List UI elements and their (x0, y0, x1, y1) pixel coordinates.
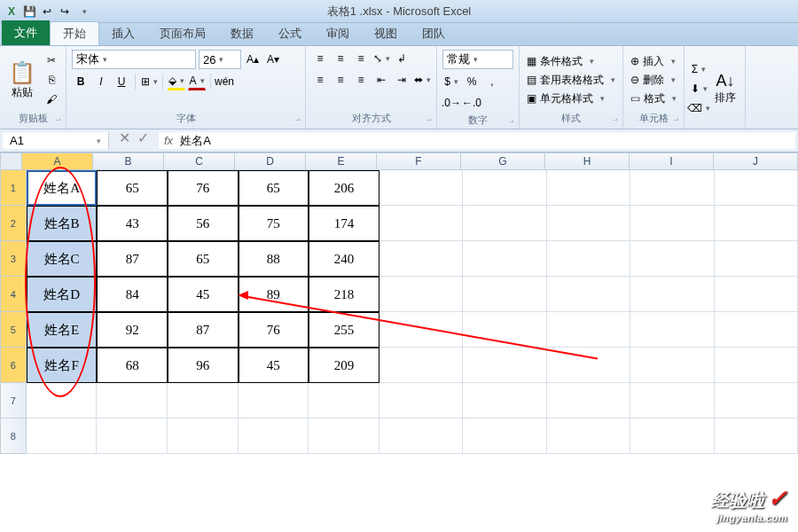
cell[interactable] (630, 170, 714, 206)
cell[interactable] (97, 383, 168, 419)
column-header[interactable]: B (93, 153, 164, 170)
cell[interactable] (168, 419, 239, 454)
tab-formula[interactable]: 公式 (266, 22, 314, 45)
cell[interactable] (715, 241, 798, 277)
format-cells-button[interactable]: ▭格式 (629, 90, 678, 107)
tab-view[interactable]: 视图 (362, 22, 410, 45)
cell[interactable] (379, 383, 463, 419)
cell[interactable]: 92 (97, 312, 168, 348)
autosum-icon[interactable]: Σ (690, 60, 708, 78)
row-header[interactable]: 5 (0, 312, 27, 348)
currency-icon[interactable]: $ (442, 73, 460, 90)
cut-icon[interactable]: ✂ (43, 51, 60, 69)
cell[interactable] (463, 383, 546, 419)
cell[interactable] (547, 348, 630, 383)
save-icon[interactable]: 💾 (21, 4, 37, 20)
select-all-corner[interactable] (0, 153, 22, 170)
cell[interactable] (547, 170, 630, 206)
cell[interactable] (630, 419, 714, 454)
tab-insert[interactable]: 插入 (99, 22, 147, 45)
tab-team[interactable]: 团队 (410, 22, 458, 45)
cell[interactable] (379, 419, 463, 454)
decrease-decimal-icon[interactable]: ←.0 (463, 94, 481, 112)
column-header[interactable]: A (22, 153, 93, 170)
cell[interactable] (547, 241, 630, 277)
cell[interactable] (630, 383, 714, 419)
cell[interactable]: 240 (309, 241, 379, 277)
cell[interactable]: 45 (168, 277, 239, 312)
conditional-format-button[interactable]: ▦条件格式 (525, 53, 617, 70)
undo-icon[interactable]: ↩ (39, 4, 55, 20)
format-painter-icon[interactable]: 🖌 (43, 90, 60, 108)
clear-icon[interactable]: ⌫ (690, 99, 708, 117)
row-header[interactable]: 3 (0, 241, 27, 277)
column-header[interactable]: D (235, 153, 306, 170)
cell[interactable] (630, 241, 714, 277)
cell[interactable] (547, 419, 630, 454)
tab-home[interactable]: 开始 (50, 21, 99, 45)
cell[interactable] (547, 383, 630, 419)
cell[interactable] (715, 312, 798, 348)
cell[interactable] (715, 170, 798, 206)
cell[interactable] (463, 206, 546, 241)
tab-review[interactable]: 审阅 (314, 22, 362, 45)
increase-decimal-icon[interactable]: .0→ (442, 94, 460, 112)
cell[interactable] (463, 348, 546, 383)
cell[interactable]: 姓名A (27, 170, 98, 206)
cell[interactable]: 65 (97, 170, 168, 206)
copy-icon[interactable]: ⎘ (43, 71, 60, 89)
cell[interactable]: 姓名E (27, 312, 98, 348)
row-header[interactable]: 6 (0, 348, 27, 383)
align-bottom-icon[interactable]: ≡ (352, 50, 370, 67)
cell[interactable]: 209 (309, 348, 379, 383)
italic-button[interactable]: I (92, 73, 110, 90)
cell[interactable] (379, 277, 463, 312)
cell[interactable]: 88 (239, 241, 309, 277)
cell-styles-button[interactable]: ▣单元格样式 (525, 90, 617, 107)
bold-button[interactable]: B (72, 73, 90, 90)
cell[interactable] (463, 170, 546, 206)
cell[interactable] (715, 419, 798, 454)
cell[interactable]: 255 (309, 312, 379, 348)
cell[interactable]: 87 (97, 241, 168, 277)
orientation-icon[interactable]: ⤡ (372, 50, 390, 67)
cell[interactable]: 43 (97, 206, 168, 241)
paste-button[interactable]: 📋 粘贴 (5, 50, 39, 110)
cell[interactable] (379, 170, 463, 206)
row-header[interactable]: 4 (0, 277, 27, 312)
cell[interactable]: 75 (239, 206, 309, 241)
cell[interactable]: 姓名F (27, 348, 98, 383)
cell[interactable] (547, 312, 630, 348)
cell[interactable] (630, 277, 714, 312)
comma-icon[interactable]: , (483, 73, 501, 90)
column-header[interactable]: H (545, 153, 630, 170)
cell[interactable]: 姓名B (27, 206, 98, 241)
cell[interactable]: 218 (309, 277, 379, 312)
format-table-button[interactable]: ▤套用表格格式 (525, 72, 617, 89)
decrease-font-icon[interactable]: A▾ (264, 51, 282, 68)
border-button[interactable]: ⊞ (140, 73, 158, 90)
align-middle-icon[interactable]: ≡ (332, 50, 349, 67)
font-name-combo[interactable]: 宋体 (72, 50, 196, 69)
cell[interactable]: 56 (168, 206, 239, 241)
tab-data[interactable]: 数据 (218, 22, 266, 45)
cell[interactable] (463, 241, 546, 277)
formula-input[interactable]: fx 姓名A (159, 132, 795, 149)
column-header[interactable]: F (377, 153, 461, 170)
indent-increase-icon[interactable]: ⇥ (393, 71, 411, 89)
cell[interactable]: 76 (239, 312, 309, 348)
cell[interactable] (97, 419, 168, 454)
enter-icon[interactable]: ✓ (137, 129, 149, 152)
font-size-combo[interactable]: 26 (199, 50, 241, 69)
cell[interactable] (715, 348, 798, 383)
column-header[interactable]: C (164, 153, 235, 170)
cell[interactable]: 65 (239, 170, 309, 206)
cell[interactable] (630, 348, 714, 383)
cell[interactable]: 76 (168, 170, 239, 206)
cell[interactable] (547, 206, 630, 241)
font-color-button[interactable]: A (188, 73, 206, 90)
cell[interactable]: 96 (168, 348, 239, 383)
row-header[interactable]: 2 (0, 206, 27, 241)
increase-font-icon[interactable]: A▴ (244, 51, 262, 68)
align-center-icon[interactable]: ≡ (332, 71, 349, 89)
